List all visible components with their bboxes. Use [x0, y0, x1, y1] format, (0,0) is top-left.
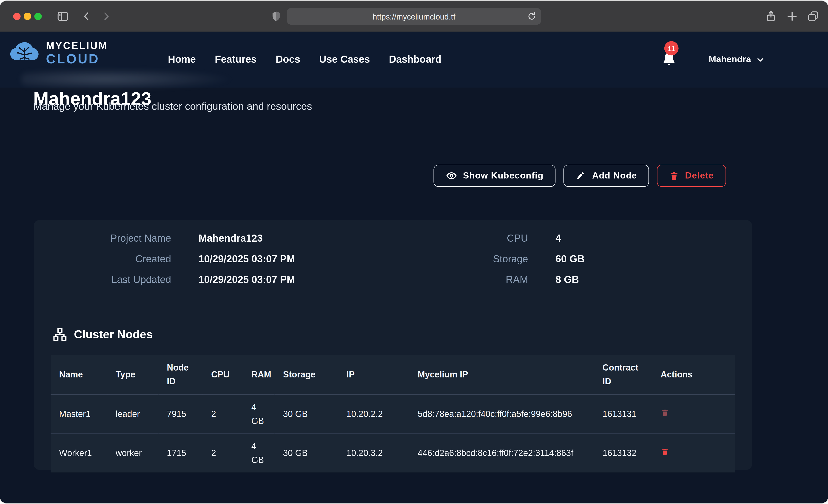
show-kubeconfig-label: Show Kubeconfig	[463, 170, 544, 181]
window-minimize-button[interactable]	[24, 13, 31, 20]
nav-link-dashboard[interactable]: Dashboard	[389, 54, 442, 66]
chevron-down-icon	[756, 55, 765, 64]
table-header-row: Name Type Node ID CPU RAM Storage IP Myc…	[51, 355, 735, 395]
cell-ip: 10.20.2.2	[338, 395, 409, 434]
ram-value: 8 GB	[555, 274, 579, 286]
window-close-button[interactable]	[13, 13, 20, 20]
col-header-cpu: CPU	[203, 355, 243, 395]
delete-node-button[interactable]	[661, 448, 669, 456]
col-header-contract-id: Contract ID	[594, 355, 652, 395]
col-header-node-id: Node ID	[158, 355, 203, 395]
back-icon[interactable]	[81, 10, 93, 22]
cell-contract-id: 1613132	[594, 434, 652, 472]
col-header-mycelium-ip: Mycelium IP	[409, 355, 594, 395]
browser-window: https://myceliumcloud.tf	[0, 1, 828, 503]
cluster-nodes-title: Cluster Nodes	[74, 328, 153, 341]
table-row: Master1 leader 7915 2 4 GB 30 GB 10.20.2…	[51, 395, 735, 434]
nav-links: Home Features Docs Use Cases Dashboard	[168, 32, 442, 88]
ram-label: RAM	[419, 274, 528, 286]
show-kubeconfig-button[interactable]: Show Kubeconfig	[433, 165, 556, 187]
created-label: Created	[50, 253, 171, 265]
browser-toolbar: https://myceliumcloud.tf	[0, 1, 828, 32]
project-info-right: CPU 4 Storage 60 GB RAM 8 GB	[419, 233, 584, 286]
forward-icon[interactable]	[100, 10, 112, 22]
col-header-type: Type	[107, 355, 158, 395]
cell-node-id: 1715	[158, 434, 203, 472]
cell-node-id: 7915	[158, 395, 203, 434]
cell-type: worker	[107, 434, 158, 472]
cell-cpu: 2	[203, 395, 243, 434]
tab-overview-icon[interactable]	[807, 10, 820, 23]
cell-mycelium-ip: 5d8:78ea:a120:f40c:ff0f:a5fe:99e6:8b96	[409, 395, 594, 434]
col-header-name: Name	[51, 355, 107, 395]
cell-ram: 4 GB	[243, 434, 275, 472]
cell-ip: 10.20.3.2	[338, 434, 409, 472]
info-row-storage: Storage 60 GB	[419, 253, 584, 265]
nav-link-features[interactable]: Features	[215, 54, 257, 66]
top-navbar: MYCELIUM CLOUD Home Features Docs Use Ca…	[0, 32, 828, 88]
cell-storage: 30 GB	[275, 395, 338, 434]
storage-label: Storage	[419, 253, 528, 265]
screenshot-stage: https://myceliumcloud.tf	[0, 0, 828, 504]
user-name: Mahendra	[709, 54, 751, 65]
col-header-actions: Actions	[652, 355, 735, 395]
info-row-created: Created 10/29/2025 03:07 PM	[50, 253, 295, 265]
cell-name: Worker1	[51, 434, 107, 472]
cell-ram: 4 GB	[243, 395, 275, 434]
delete-node-button[interactable]	[661, 409, 669, 417]
info-row-project-name: Project Name Mahendra123	[50, 233, 295, 244]
info-row-ram: RAM 8 GB	[419, 274, 584, 286]
col-header-ram: RAM	[243, 355, 275, 395]
col-header-ip: IP	[338, 355, 409, 395]
trash-icon	[669, 171, 679, 181]
cluster-actions-toolbar: Show Kubeconfig Add Node Delete	[0, 165, 726, 187]
storage-value: 60 GB	[555, 253, 584, 265]
info-row-last-updated: Last Updated 10/29/2025 03:07 PM	[50, 274, 295, 286]
delete-label: Delete	[685, 170, 714, 181]
pencil-icon	[576, 170, 586, 181]
nav-link-docs[interactable]: Docs	[276, 54, 300, 66]
created-value: 10/29/2025 03:07 PM	[199, 253, 295, 265]
nav-link-home[interactable]: Home	[168, 54, 196, 66]
brand-logo[interactable]: MYCELIUM CLOUD	[8, 41, 108, 66]
sidebar-toggle-icon[interactable]	[56, 10, 69, 23]
col-header-storage: Storage	[275, 355, 338, 395]
cell-storage: 30 GB	[275, 434, 338, 472]
network-nodes-icon	[53, 327, 67, 342]
notification-badge: 11	[664, 41, 678, 55]
eye-icon	[446, 170, 457, 182]
project-name-label: Project Name	[50, 233, 171, 244]
privacy-shield-icon[interactable]	[270, 10, 282, 23]
add-node-label: Add Node	[592, 170, 637, 181]
add-node-button[interactable]: Add Node	[564, 165, 649, 187]
cell-type: leader	[107, 395, 158, 434]
last-updated-label: Last Updated	[50, 274, 171, 286]
new-tab-icon[interactable]	[786, 10, 798, 23]
url-text: https://myceliumcloud.tf	[373, 12, 455, 21]
project-name-value: Mahendra123	[199, 233, 263, 244]
brand-line1: MYCELIUM	[46, 41, 108, 51]
cluster-nodes-table: Name Type Node ID CPU RAM Storage IP Myc…	[51, 355, 735, 472]
brand-wordmark: MYCELIUM CLOUD	[46, 41, 108, 66]
reload-icon[interactable]	[527, 11, 537, 22]
share-icon[interactable]	[764, 10, 777, 23]
cluster-nodes-heading: Cluster Nodes	[53, 327, 153, 342]
cluster-details-card: Project Name Mahendra123 Created 10/29/2…	[34, 220, 752, 470]
trash-icon	[661, 409, 669, 417]
notifications-button[interactable]: 11	[661, 51, 678, 69]
info-row-cpu: CPU 4	[419, 233, 584, 244]
delete-cluster-button[interactable]: Delete	[657, 165, 726, 187]
cloud-logo-icon	[8, 41, 42, 65]
brand-line2: CLOUD	[46, 52, 108, 65]
user-menu[interactable]: Mahendra	[709, 32, 765, 88]
cell-mycelium-ip: 446:d2a6:8bcd:8c16:ff0f:72e2:3114:863f	[409, 434, 594, 472]
nav-link-use-cases[interactable]: Use Cases	[319, 54, 370, 66]
cell-contract-id: 1613131	[594, 395, 652, 434]
cell-name: Master1	[51, 395, 107, 434]
cpu-label: CPU	[419, 233, 528, 244]
project-info-left: Project Name Mahendra123 Created 10/29/2…	[50, 233, 295, 286]
window-zoom-button[interactable]	[34, 13, 42, 20]
cpu-value: 4	[555, 233, 561, 244]
table-row: Worker1 worker 1715 2 4 GB 30 GB 10.20.3…	[51, 434, 735, 472]
address-bar[interactable]: https://myceliumcloud.tf	[287, 8, 541, 25]
